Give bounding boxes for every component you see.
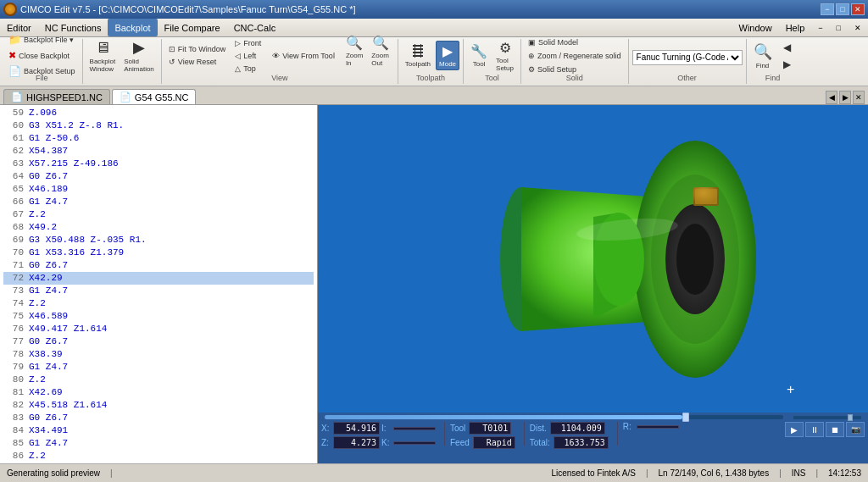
code-editor[interactable]: 59Z.09660G3 X51.2 Z-.8 R1.61G1 Z-50.662X… <box>0 105 317 463</box>
zoom-regenerate-button[interactable]: ⊕ Zoom / Regenerate solid <box>525 50 625 62</box>
tool-setup-button[interactable]: ⚙ ToolSetup <box>492 37 517 75</box>
hud-dist-section: Dist. 1104.009 Total: 1633.753 <box>530 422 609 449</box>
menu-backplot[interactable]: Backplot <box>108 19 157 36</box>
view-tool-icon: 👁 <box>272 52 280 60</box>
zoom-out-icon: 🔍 <box>372 35 389 51</box>
menu-restore[interactable]: □ <box>830 19 848 36</box>
toolpath-button[interactable]: 🛤 Toolpath <box>402 42 434 70</box>
code-line-76[interactable]: 76X49.417 Z1.614 <box>3 323 314 335</box>
fit-to-window-button[interactable]: ⊡ Fit To Window <box>165 43 229 55</box>
code-line-82[interactable]: 82X45.518 Z1.614 <box>3 399 314 412</box>
code-line-63[interactable]: 63X57.215 Z-49.186 <box>3 158 314 170</box>
close-button[interactable]: ✕ <box>851 3 865 15</box>
left-button[interactable]: ◁ Left <box>231 50 264 62</box>
toolpath-label: Toolpath <box>398 74 463 82</box>
hud-xyz-section: X: 54.916 I: Z: 4.273 K: <box>321 422 436 449</box>
code-line-70[interactable]: 70G1 X53.316 Z1.379 <box>3 247 314 259</box>
backplot-file-button[interactable]: 📁 Backplot File ▾ <box>5 32 79 47</box>
code-line-59[interactable]: 59Z.096 <box>3 107 314 119</box>
menu-file-compare[interactable]: File Compare <box>158 19 227 36</box>
zoom-out-button[interactable]: 🔍 ZoomOut <box>368 32 392 80</box>
find-icon: 🔍 <box>754 42 772 61</box>
mode-button[interactable]: ▶ Mode <box>436 41 459 70</box>
menu-help[interactable]: Help <box>779 19 812 36</box>
code-line-64[interactable]: 64G0 Z6.7 <box>3 170 314 183</box>
find-next-button[interactable]: ▶ <box>779 57 796 72</box>
z-label: Z: <box>321 438 331 447</box>
tab-next-button[interactable]: ▶ <box>839 91 851 104</box>
z-value: 4.273 <box>333 436 380 449</box>
close-backplot-icon: ✖ <box>8 50 16 61</box>
code-line-71[interactable]: 71G0 Z6.7 <box>3 259 314 272</box>
menu-minimize[interactable]: − <box>811 19 829 36</box>
find-label: Find <box>747 74 799 82</box>
code-line-80[interactable]: 80Z.2 <box>3 374 314 386</box>
tab-prev-button[interactable]: ◀ <box>826 91 837 104</box>
view-from-tool-button[interactable]: 👁 View From Tool <box>269 50 338 62</box>
code-line-75[interactable]: 75X46.589 <box>3 310 314 323</box>
title-bar: CIMCO Edit v7.5 - [C:\CIMCO\CIMCOEdit7\S… <box>0 0 868 19</box>
other-label: Other <box>629 74 746 82</box>
code-line-61[interactable]: 61G1 Z-50.6 <box>3 132 314 145</box>
total-value: 1633.753 <box>554 436 609 449</box>
backplot-window-button[interactable]: 🖥 BackplotWindow <box>86 36 120 75</box>
play-button[interactable]: ▶ <box>785 422 804 437</box>
code-line-68[interactable]: 68X49.2 <box>3 221 314 234</box>
code-line-79[interactable]: 79G1 Z4.7 <box>3 361 314 374</box>
code-line-83[interactable]: 83G0 Z6.7 <box>3 412 314 424</box>
code-line-62[interactable]: 62X54.387 <box>3 145 314 158</box>
code-line-86[interactable]: 86Z.2 <box>3 450 314 463</box>
top-icon: △ <box>235 64 241 73</box>
screenshot-button[interactable]: 📷 <box>846 422 865 437</box>
code-line-85[interactable]: 85G1 Z4.7 <box>3 437 314 450</box>
toolbar-solid-group: ▣ Solid Model ⊕ Zoom / Regenerate solid … <box>521 39 629 84</box>
toolbar-other-group: Fanuc Turning (G-Code A) Other <box>629 39 747 84</box>
code-line-72[interactable]: 72X42.29 <box>3 272 314 285</box>
find-prev-button[interactable]: ◀ <box>779 40 796 55</box>
code-line-77[interactable]: 77G0 Z6.7 <box>3 335 314 348</box>
minimize-button[interactable]: − <box>821 3 834 15</box>
code-line-67[interactable]: 67Z.2 <box>3 208 314 221</box>
pause-button[interactable]: ⏸ <box>805 422 824 437</box>
code-pane: 59Z.09660G3 X51.2 Z-.8 R1.61G1 Z-50.662X… <box>0 105 318 463</box>
view-reset-button[interactable]: ↺ View Reset <box>165 56 229 68</box>
time-status: 14:12:53 <box>828 468 861 478</box>
regenerate-icon: ⊕ <box>528 52 535 60</box>
code-line-73[interactable]: 73G1 Z4.7 <box>3 285 314 297</box>
3d-viewport[interactable]: + X: 54.916 <box>318 105 868 463</box>
stop-button[interactable]: ⏹ <box>826 422 844 437</box>
tab-g54[interactable]: 📄 G54 G55.NC <box>112 89 197 104</box>
licensed-status: Licensed to Fintek A/S <box>551 468 636 478</box>
code-line-84[interactable]: 84X34.491 <box>3 424 314 437</box>
front-button[interactable]: ▷ Front <box>231 37 264 49</box>
code-line-66[interactable]: 66G1 Z4.7 <box>3 196 314 208</box>
svg-point-5 <box>676 224 714 295</box>
close-backplot-button[interactable]: ✖ Close Backplot <box>5 48 79 63</box>
code-line-74[interactable]: 74Z.2 <box>3 297 314 310</box>
tab-highspeed[interactable]: 📄 HIGHSPEED1.NC <box>3 89 110 104</box>
tab-close-button[interactable]: ✕ <box>853 91 865 104</box>
tool-button[interactable]: 🔧 Tool <box>467 41 491 70</box>
top-button[interactable]: △ Top <box>231 63 264 75</box>
x-value: 54.916 <box>333 422 380 435</box>
code-line-65[interactable]: 65X46.189 <box>3 183 314 196</box>
tabs-bar: 📄 HIGHSPEED1.NC 📄 G54 G55.NC ◀ ▶ ✕ <box>0 86 868 105</box>
toolbar: 📁 Backplot File ▾ ✖ Close Backplot 📄 Bac… <box>0 37 868 86</box>
find-prev-icon: ◀ <box>783 42 791 53</box>
code-line-81[interactable]: 81X42.69 <box>3 386 314 399</box>
maximize-button[interactable]: □ <box>836 3 849 15</box>
menu-window[interactable]: Window <box>732 19 779 36</box>
hud-tool-section: Tool T0101 Feed Rapid <box>450 422 515 449</box>
solid-model-button[interactable]: ▣ Solid Model <box>525 36 581 48</box>
machine-type-select[interactable]: Fanuc Turning (G-Code A) <box>632 50 743 65</box>
code-line-60[interactable]: 60G3 X51.2 Z-.8 R1. <box>3 119 314 132</box>
menu-cnc-calc[interactable]: CNC-Calc <box>227 19 283 36</box>
solid-animation-button[interactable]: ▶ SolidAnimation <box>120 36 158 75</box>
zoom-in-button[interactable]: 🔍 ZoomIn <box>342 32 366 80</box>
code-line-78[interactable]: 78X38.39 <box>3 348 314 361</box>
toolbar-file-group: 📁 Backplot File ▾ ✖ Close Backplot 📄 Bac… <box>2 39 83 84</box>
find-button[interactable]: 🔍 Find <box>750 40 776 72</box>
code-line-69[interactable]: 69G3 X50.488 Z-.035 R1. <box>3 234 314 247</box>
menu-close[interactable]: ✕ <box>848 19 868 36</box>
solid-model-icon: ▣ <box>528 38 536 47</box>
